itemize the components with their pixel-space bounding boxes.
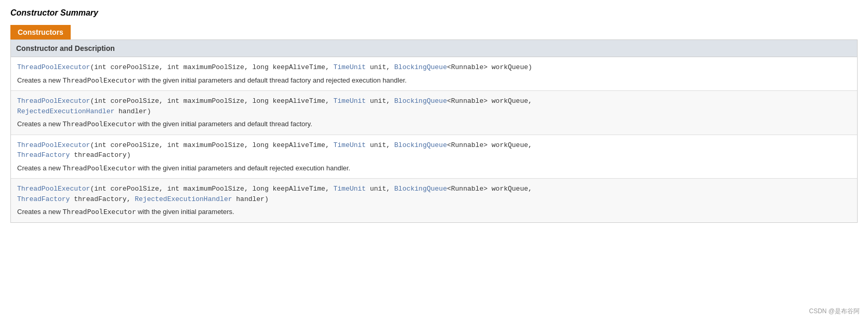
blockingqueue-link-2[interactable]: BlockingQueue — [394, 97, 447, 105]
threadfactory-link-4[interactable]: ThreadFactory — [17, 195, 70, 203]
constructors-tab: Constructors — [10, 25, 71, 39]
rejectedexecution-link-4[interactable]: RejectedExecutionHandler — [135, 195, 232, 203]
blockingqueue-link-4[interactable]: BlockingQueue — [394, 185, 447, 193]
timeunit-link-1[interactable]: TimeUnit — [334, 63, 366, 71]
timeunit-link-3[interactable]: TimeUnit — [334, 141, 366, 149]
blockingqueue-link-1[interactable]: BlockingQueue — [394, 63, 447, 71]
constructor-link-3[interactable]: ThreadPoolExecutor — [17, 141, 90, 149]
table-row: ThreadPoolExecutor(int corePoolSize, int… — [11, 91, 857, 135]
threadfactory-link-3[interactable]: ThreadFactory — [17, 151, 70, 159]
timeunit-link-4[interactable]: TimeUnit — [334, 185, 366, 193]
constructor-desc-2: Creates a new ThreadPoolExecutor with th… — [17, 119, 851, 129]
constructor-link-1[interactable]: ThreadPoolExecutor — [17, 63, 90, 71]
table-row: ThreadPoolExecutor(int corePoolSize, int… — [11, 135, 857, 179]
constructor-sig-1: ThreadPoolExecutor(int corePoolSize, int… — [17, 62, 851, 73]
page-title: Constructor Summary — [10, 8, 858, 18]
timeunit-link-2[interactable]: TimeUnit — [334, 97, 366, 105]
table-header: Constructor and Description — [11, 40, 857, 57]
constructor-desc-4: Creates a new ThreadPoolExecutor with th… — [17, 207, 851, 217]
blockingqueue-link-3[interactable]: BlockingQueue — [394, 141, 447, 149]
constructor-desc-1: Creates a new ThreadPoolExecutor with th… — [17, 75, 851, 86]
constructor-sig-4: ThreadPoolExecutor(int corePoolSize, int… — [17, 184, 851, 204]
constructor-link-2[interactable]: ThreadPoolExecutor — [17, 97, 90, 105]
constructor-desc-3: Creates a new ThreadPoolExecutor with th… — [17, 163, 851, 173]
constructor-sig-3: ThreadPoolExecutor(int corePoolSize, int… — [17, 140, 851, 160]
table-row: ThreadPoolExecutor(int corePoolSize, int… — [11, 179, 857, 222]
constructor-link-4[interactable]: ThreadPoolExecutor — [17, 185, 90, 193]
constructors-table: Constructor and Description ThreadPoolEx… — [10, 39, 858, 223]
table-row: ThreadPoolExecutor(int corePoolSize, int… — [11, 57, 857, 91]
rejectedexecution-link-2[interactable]: RejectedExecutionHandler — [17, 108, 114, 115]
constructor-sig-2: ThreadPoolExecutor(int corePoolSize, int… — [17, 96, 851, 116]
